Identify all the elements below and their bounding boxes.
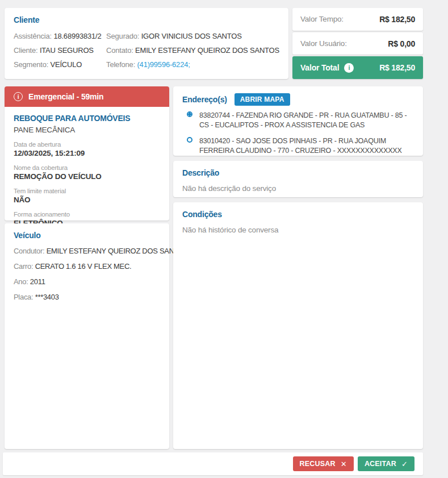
emergency-banner-label: Emergencial - 59min <box>28 92 103 101</box>
service-card: i Emergencial - 59min REBOQUE PARA AUTOM… <box>5 86 169 221</box>
descricao-title: Descrição <box>182 168 414 177</box>
placa-row: Placa: ***3403 <box>14 289 160 305</box>
contato-row: Contato: EMILY ESTEFANY QUEIROZ DOS SANT… <box>106 43 279 57</box>
segmento-value: VEÍCULO <box>51 60 82 69</box>
cliente-column-right: Segurado: IGOR VINICIUS DOS SANTOS Conta… <box>106 29 279 72</box>
segmento-row: Segmento: VEÍCULO <box>14 57 106 72</box>
condutor-value: EMILY ESTEFANY QUEIROZ DOS SANTOS <box>47 247 189 255</box>
info-circle-icon: i <box>14 92 23 101</box>
segurado-row: Segurado: IGOR VINICIUS DOS SANTOS <box>106 29 279 43</box>
cliente-title: Cliente <box>14 15 279 24</box>
descricao-body: Não há descrição do serviço <box>182 184 414 193</box>
segurado-value: IGOR VINICIUS DOS SANTOS <box>141 32 242 40</box>
address-item-origin: 83820744 - FAZENDA RIO GRANDE - PR - RUA… <box>182 111 414 130</box>
enderecos-card: Endereço(s) ABRIR MAPA 83820744 - FAZEND… <box>173 86 423 156</box>
cliente-card: Cliente Assistência: 18.68993831/2 Clien… <box>5 8 288 79</box>
address-item-destination: 83010420 - SAO JOSE DOS PINHAIS - PR - R… <box>182 136 414 155</box>
recusar-button[interactable]: RECUSAR ✕ <box>293 456 354 471</box>
service-subtitle: PANE MECÂNICA <box>14 126 160 134</box>
service-body: REBOQUE PARA AUTOMÓVEIS PANE MECÂNICA Da… <box>5 107 169 240</box>
descricao-card: Descrição Não há descrição do serviço <box>173 161 423 197</box>
valor-total-label: Valor Total <box>300 63 339 72</box>
check-icon: ✓ <box>401 460 408 468</box>
x-icon: ✕ <box>341 460 347 468</box>
carro-label: Carro: <box>14 262 33 271</box>
limite-material-label: Tem limite material <box>14 187 160 195</box>
telefone-row: Telefone: (41)99596-6224; <box>106 57 279 72</box>
cobertura-value: REMOÇÃO DO VEÍCULO <box>14 172 160 181</box>
aceitar-button-label: ACEITAR <box>365 460 396 468</box>
abrir-mapa-button[interactable]: ABRIR MAPA <box>235 93 290 106</box>
cliente-columns: Assistência: 18.68993831/2 Cliente: ITAU… <box>14 29 279 72</box>
limite-material-value: NÃO <box>14 195 160 205</box>
forma-acionamento-label: Forma acionamento <box>14 210 160 218</box>
valor-usuario-label: Valor Usuário: <box>300 39 347 48</box>
destination-dot-icon <box>187 137 192 143</box>
emergency-banner: i Emergencial - 59min <box>5 86 169 107</box>
condicoes-card: Condições Não há histórico de conversa <box>173 202 423 449</box>
ano-value: 2011 <box>30 277 45 286</box>
page-content: Cliente Assistência: 18.68993831/2 Clien… <box>5 8 423 449</box>
veiculo-card: Veículo Condutor: EMILY ESTEFANY QUEIROZ… <box>5 223 169 449</box>
carro-row: Carro: CERATO 1.6 16 V FLEX MEC. <box>14 259 160 274</box>
left-column: i Emergencial - 59min REBOQUE PARA AUTOM… <box>5 86 169 449</box>
cobertura-field: Nome da cobertura REMOÇÃO DO VEÍCULO <box>14 164 160 181</box>
ano-label: Ano: <box>14 277 28 286</box>
enderecos-header: Endereço(s) ABRIR MAPA <box>182 93 414 106</box>
placa-value: ***3403 <box>35 293 59 301</box>
valor-total-value: R$ 182,50 <box>379 63 415 72</box>
valor-tempo-row: Valor Tempo: R$ 182,50 <box>292 8 423 31</box>
valor-total-row: Valor Total i R$ 182,50 <box>292 56 423 79</box>
telefone-link[interactable]: (41)99596-6224; <box>137 60 190 69</box>
valor-tempo-label: Valor Tempo: <box>300 15 344 23</box>
recusar-button-label: RECUSAR <box>300 460 336 468</box>
info-icon[interactable]: i <box>344 63 354 73</box>
contato-label: Contato: <box>106 46 133 55</box>
valor-tempo-value: R$ 182,50 <box>379 15 415 24</box>
data-abertura-label: Data de abertura <box>14 140 160 148</box>
cliente-value: ITAU SEGUROS <box>40 46 94 55</box>
valores-panel: Valor Tempo: R$ 182,50 Valor Usuário: R$… <box>292 8 423 79</box>
destination-address: 83010420 - SAO JOSE DOS PINHAIS - PR - R… <box>199 137 402 155</box>
enderecos-title: Endereço(s) <box>182 95 227 104</box>
segmento-label: Segmento: <box>14 60 48 69</box>
data-abertura-value: 12/03/2025, 15:21:09 <box>14 148 160 158</box>
main-row: i Emergencial - 59min REBOQUE PARA AUTOM… <box>5 86 423 449</box>
cobertura-label: Nome da cobertura <box>14 164 160 172</box>
origin-address: 83820744 - FAZENDA RIO GRANDE - PR - RUA… <box>199 111 407 129</box>
carro-value: CERATO 1.6 16 V FLEX MEC. <box>35 262 132 271</box>
assistencia-row: Assistência: 18.68993831/2 <box>14 29 106 43</box>
valor-usuario-row: Valor Usuário: R$ 0,00 <box>292 32 423 55</box>
condutor-row: Condutor: EMILY ESTEFANY QUEIROZ DOS SAN… <box>14 243 160 259</box>
origin-dot-icon <box>187 111 192 117</box>
assistencia-value: 18.68993831/2 <box>53 32 101 40</box>
contato-value: EMILY ESTEFANY QUEIROZ DOS SANTOS <box>135 46 279 55</box>
service-title: REBOQUE PARA AUTOMÓVEIS <box>14 114 160 123</box>
telefone-label: Telefone: <box>106 60 135 69</box>
ano-row: Ano: 2011 <box>14 274 160 289</box>
condicoes-body: Não há histórico de conversa <box>182 226 414 234</box>
data-abertura-field: Data de abertura 12/03/2025, 15:21:09 <box>14 140 160 158</box>
condutor-label: Condutor: <box>14 247 44 255</box>
action-bar: RECUSAR ✕ ACEITAR ✓ <box>3 452 423 475</box>
limite-material-field: Tem limite material NÃO <box>14 187 160 205</box>
top-row: Cliente Assistência: 18.68993831/2 Clien… <box>5 8 423 79</box>
cliente-row: Cliente: ITAU SEGUROS <box>14 43 106 57</box>
placa-label: Placa: <box>14 293 33 301</box>
aceitar-button[interactable]: ACEITAR ✓ <box>358 456 414 471</box>
segurado-label: Segurado: <box>106 32 139 40</box>
veiculo-title: Veículo <box>14 231 160 240</box>
condicoes-title: Condições <box>182 210 414 219</box>
right-column: Endereço(s) ABRIR MAPA 83820744 - FAZEND… <box>173 86 423 449</box>
cliente-label: Cliente: <box>14 46 37 55</box>
valor-total-label-wrap: Valor Total i <box>300 63 354 73</box>
valor-usuario-value: R$ 0,00 <box>388 39 415 48</box>
cliente-column-left: Assistência: 18.68993831/2 Cliente: ITAU… <box>14 29 106 72</box>
assistencia-label: Assistência: <box>14 32 52 40</box>
